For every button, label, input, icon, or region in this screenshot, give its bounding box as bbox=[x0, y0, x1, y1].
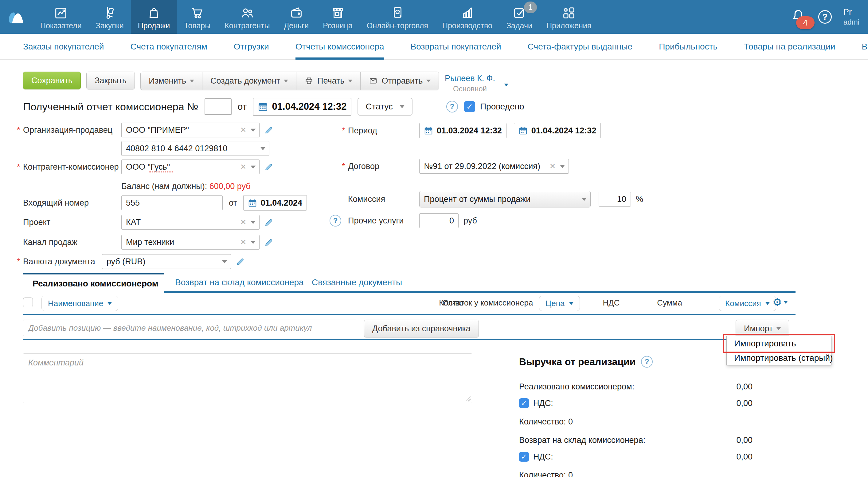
incoming-date-picker[interactable]: 01.04.2024 bbox=[243, 195, 307, 211]
period-end-picker[interactable]: 01.04.2024 12:32 bbox=[514, 123, 601, 138]
printer-icon bbox=[304, 76, 314, 85]
nav-online-trade[interactable]: Онлайн-торговля bbox=[360, 0, 435, 34]
chevron-down-icon bbox=[766, 302, 770, 305]
other-services-label: Прочие услуги bbox=[348, 216, 419, 226]
top-nav-items: Показатели Закупки Продажи bbox=[33, 0, 598, 34]
add-position-row: Добавить из справочника Импорт bbox=[23, 320, 796, 337]
commission-percent-input[interactable] bbox=[599, 192, 631, 207]
nav-indicators[interactable]: Показатели bbox=[33, 0, 89, 34]
chevron-down-icon bbox=[348, 80, 352, 82]
period-label: *Период bbox=[348, 126, 419, 136]
bank-account-select[interactable]: 40802 810 4 6442 0129810 bbox=[121, 141, 269, 156]
edit-pencil-icon[interactable] bbox=[264, 125, 274, 135]
incoming-from-label: от bbox=[229, 198, 237, 208]
subnav-customer-orders[interactable]: Заказы покупателей bbox=[23, 34, 104, 60]
clear-icon[interactable]: ✕ bbox=[240, 238, 246, 246]
edit-pencil-icon[interactable] bbox=[264, 217, 274, 227]
nav-counterparties[interactable]: Контрагенты bbox=[217, 0, 277, 34]
help-icon[interactable]: ? bbox=[818, 10, 832, 24]
agent-select[interactable]: ООО "Гусь" ✕ bbox=[121, 159, 259, 174]
moysklad-logo[interactable] bbox=[0, 0, 33, 34]
summary-help-icon[interactable]: ? bbox=[641, 356, 653, 367]
edit-pencil-icon[interactable] bbox=[264, 237, 274, 247]
nav-label: Товары bbox=[184, 21, 210, 30]
bank-account-value: 40802 810 4 6442 0129810 bbox=[126, 144, 227, 153]
chevron-down-icon bbox=[582, 198, 587, 201]
nav-retail[interactable]: Розница bbox=[316, 0, 360, 34]
chevron-down-icon[interactable] bbox=[504, 84, 508, 86]
document-number-input[interactable] bbox=[205, 98, 231, 115]
menu-item-import-old[interactable]: Импортировать (старый) bbox=[727, 351, 831, 365]
nav-apps[interactable]: Приложения bbox=[539, 0, 598, 34]
sales-channel-select[interactable]: Мир техники ✕ bbox=[121, 235, 259, 249]
edit-button[interactable]: Изменить bbox=[141, 72, 202, 90]
send-button[interactable]: Отправить bbox=[360, 72, 439, 90]
subnav-shipments[interactable]: Отгрузки bbox=[234, 34, 269, 60]
column-settings[interactable]: ⚙ bbox=[773, 297, 788, 307]
vat-checkbox[interactable] bbox=[519, 452, 529, 461]
comment-textarea[interactable] bbox=[23, 353, 472, 403]
edit-pencil-icon[interactable] bbox=[235, 257, 245, 266]
subnav-customer-invoices[interactable]: Счета покупателям bbox=[130, 34, 207, 60]
period-start-picker[interactable]: 01.03.2024 12:32 bbox=[419, 123, 506, 138]
posted-help-icon[interactable]: ? bbox=[446, 101, 458, 113]
add-from-catalog-button[interactable]: Добавить из справочника bbox=[364, 320, 479, 337]
price-column-button[interactable]: Цена bbox=[539, 296, 580, 311]
subnav-sales-funnel[interactable]: Воронка продаж bbox=[862, 34, 868, 60]
commission-column-label: Комиссия bbox=[725, 299, 761, 308]
tab-realized-by-commissioner[interactable]: Реализовано комиссионером bbox=[23, 273, 164, 293]
other-services-input[interactable] bbox=[419, 213, 459, 228]
commission-type-select[interactable]: Процент от суммы продажи bbox=[419, 191, 591, 207]
clear-icon[interactable]: ✕ bbox=[240, 218, 246, 227]
subnav-issued-invoices[interactable]: Счета-фактуры выданные bbox=[528, 34, 633, 60]
contract-select[interactable]: №91 от 29.09.2022 (комиссия) ✕ bbox=[419, 159, 569, 174]
tab-linked-documents[interactable]: Связанные документы bbox=[312, 273, 402, 292]
currency-select[interactable]: руб (RUB) bbox=[102, 254, 231, 269]
project-row: Проект КАТ ✕ bbox=[23, 214, 274, 230]
subnav-profitability[interactable]: Прибыльность bbox=[659, 34, 717, 60]
wallet-icon bbox=[289, 4, 304, 20]
commission-row: Комиссия Процент от суммы продажи % bbox=[348, 191, 643, 207]
project-select[interactable]: КАТ ✕ bbox=[121, 215, 259, 230]
clear-icon[interactable]: ✕ bbox=[240, 162, 246, 171]
notifications-bell[interactable]: 4 bbox=[790, 8, 807, 26]
save-button[interactable]: Сохранить bbox=[23, 71, 81, 89]
tab-return-to-warehouse[interactable]: Возврат на склад комиссионера bbox=[175, 273, 304, 292]
select-all-checkbox[interactable] bbox=[23, 298, 33, 307]
status-button[interactable]: Статус bbox=[358, 98, 412, 116]
subnav-commissioner-reports[interactable]: Отчеты комиссионера bbox=[296, 34, 384, 60]
close-button[interactable]: Закрыть bbox=[86, 71, 135, 89]
document-datetime-picker[interactable]: 01.04.2024 12:32 bbox=[253, 98, 351, 116]
incoming-number-input[interactable] bbox=[121, 196, 223, 210]
name-column-button[interactable]: Наименование bbox=[41, 296, 118, 311]
subnav-goods-on-sale[interactable]: Товары на реализации bbox=[744, 34, 835, 60]
create-document-button[interactable]: Создать документ bbox=[202, 72, 296, 90]
other-services-help-icon[interactable]: ? bbox=[330, 215, 341, 227]
nav-production[interactable]: Производство bbox=[435, 0, 499, 34]
menu-item-import[interactable]: Импортировать bbox=[727, 336, 831, 351]
nav-money[interactable]: Деньги bbox=[277, 0, 316, 34]
nav-tasks[interactable]: 1 Задачи bbox=[499, 0, 539, 34]
org-select[interactable]: ООО "ПРИМЕР" ✕ bbox=[121, 123, 259, 138]
vat-checkbox[interactable] bbox=[519, 398, 529, 408]
edit-pencil-icon[interactable] bbox=[264, 162, 274, 172]
nav-goods[interactable]: Товары bbox=[177, 0, 217, 34]
nav-sales[interactable]: Продажи bbox=[131, 0, 177, 34]
account-menu[interactable]: Pr admi bbox=[843, 7, 868, 27]
commission-column-button[interactable]: Комиссия bbox=[719, 296, 776, 311]
import-button[interactable]: Импорт bbox=[736, 320, 789, 337]
print-button[interactable]: Печать bbox=[296, 72, 360, 90]
subnav-customer-returns[interactable]: Возвраты покупателей bbox=[411, 34, 501, 60]
incoming-number-label: Входящий номер bbox=[23, 198, 121, 208]
clear-icon[interactable]: ✕ bbox=[240, 126, 246, 134]
nav-purchases[interactable]: Закупки bbox=[89, 0, 131, 34]
clear-icon[interactable]: ✕ bbox=[550, 162, 556, 171]
nav-label: Онлайн-торговля bbox=[367, 21, 428, 30]
posted-checkbox[interactable] bbox=[464, 101, 475, 112]
add-position-input[interactable] bbox=[23, 320, 356, 336]
edit-label: Изменить bbox=[149, 76, 186, 86]
calendar-icon bbox=[519, 126, 528, 135]
owner-link[interactable]: Рылеев К. Ф. bbox=[438, 73, 502, 84]
create-document-label: Создать документ bbox=[210, 76, 280, 86]
summary-label: НДС: bbox=[533, 452, 553, 461]
